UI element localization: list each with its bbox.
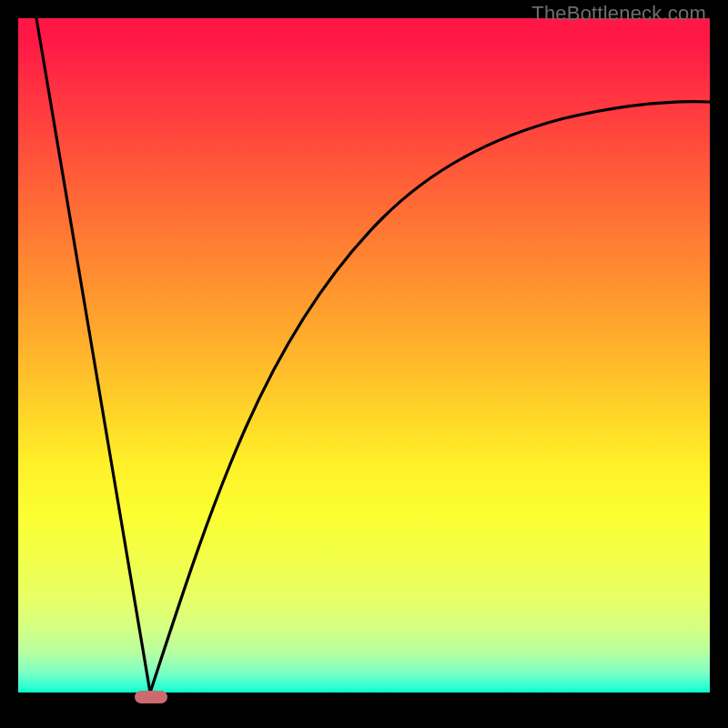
right-curve-path xyxy=(150,102,710,693)
optimal-marker xyxy=(135,691,167,703)
watermark-text: TheBottleneck.com xyxy=(531,2,706,25)
plot-frame xyxy=(18,18,710,710)
bottleneck-curve xyxy=(18,18,710,710)
left-descent-path xyxy=(36,18,150,693)
